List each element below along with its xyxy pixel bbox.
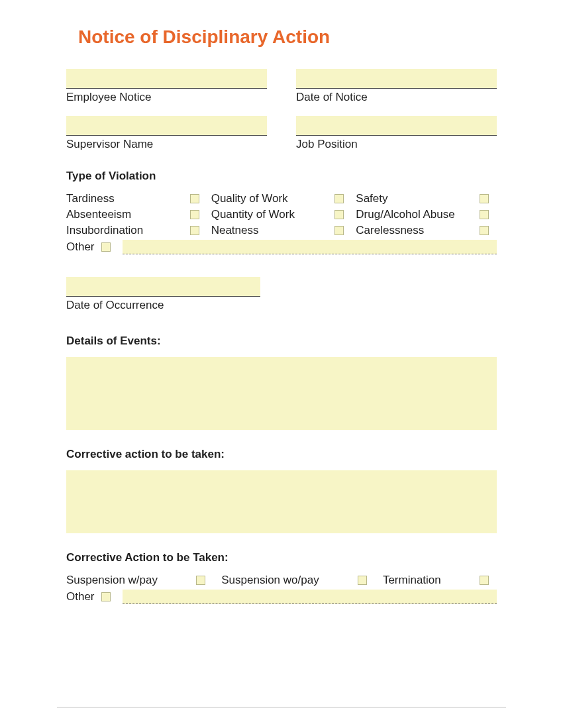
violation-checkbox-other[interactable]	[101, 242, 111, 252]
action-checkbox-other[interactable]	[101, 592, 111, 601]
action-other-input[interactable]	[123, 590, 497, 604]
details-heading: Details of Events:	[66, 335, 497, 348]
row-supervisor-position: Supervisor Name Job Position	[66, 116, 497, 151]
job-position-label: Job Position	[296, 138, 497, 151]
field-supervisor-name: Supervisor Name	[66, 116, 267, 151]
violation-checkbox-quantity[interactable]	[334, 210, 344, 219]
violation-checkbox-carelessness[interactable]	[480, 226, 489, 235]
action-label: Termination	[383, 574, 472, 587]
date-of-notice-label: Date of Notice	[296, 91, 497, 104]
violation-label: Drug/Alcohol Abuse	[356, 208, 476, 221]
corrective-action-heading: Corrective Action to be Taken:	[66, 551, 497, 564]
violation-checkbox-tardiness[interactable]	[190, 194, 199, 203]
violation-label: Neatness	[211, 224, 331, 237]
action-other-row: Other	[66, 590, 497, 604]
violation-checkbox-neatness[interactable]	[334, 226, 344, 235]
employee-notice-input[interactable]	[66, 69, 267, 89]
field-date-of-occurrence: Date of Occurrence	[66, 277, 260, 312]
supervisor-name-label: Supervisor Name	[66, 138, 267, 151]
date-of-occurrence-label: Date of Occurrence	[66, 299, 260, 312]
action-checkbox-suspension-pay[interactable]	[196, 576, 205, 585]
violation-checkbox-drug-alcohol[interactable]	[480, 210, 489, 219]
violation-other-label: Other	[66, 240, 95, 254]
violation-label: Tardiness	[66, 192, 186, 205]
violation-label: Safety	[356, 192, 476, 205]
job-position-input[interactable]	[296, 116, 497, 136]
field-date-of-notice: Date of Notice	[296, 69, 497, 104]
violation-label: Quantity of Work	[211, 208, 331, 221]
row-employee-date: Employee Notice Date of Notice	[66, 69, 497, 104]
supervisor-name-input[interactable]	[66, 116, 267, 136]
details-textarea[interactable]	[66, 357, 497, 430]
violation-grid: Tardiness Quality of Work Safety Absente…	[66, 192, 497, 237]
violation-label: Quality of Work	[211, 192, 331, 205]
employee-notice-label: Employee Notice	[66, 91, 267, 104]
violation-other-row: Other	[66, 240, 497, 254]
date-of-notice-input[interactable]	[296, 69, 497, 89]
corrective-action-grid: Suspension w/pay Suspension wo/pay Termi…	[66, 574, 497, 587]
violation-checkbox-quality[interactable]	[334, 194, 344, 203]
action-label: Suspension wo/pay	[221, 574, 350, 587]
action-label: Suspension w/pay	[66, 574, 188, 587]
violation-label: Insubordination	[66, 224, 186, 237]
form-title: Notice of Disciplinary Action	[78, 26, 497, 48]
field-employee-notice: Employee Notice	[66, 69, 267, 104]
corrective-text-heading: Corrective action to be taken:	[66, 448, 497, 461]
violation-checkbox-insubordination[interactable]	[190, 226, 199, 235]
date-of-occurrence-input[interactable]	[66, 277, 260, 297]
footer-divider	[57, 707, 506, 708]
violation-checkbox-safety[interactable]	[480, 194, 489, 203]
violation-other-input[interactable]	[123, 240, 497, 254]
action-other-label: Other	[66, 590, 95, 603]
field-job-position: Job Position	[296, 116, 497, 151]
violation-label: Carelessness	[356, 224, 476, 237]
corrective-text-textarea[interactable]	[66, 470, 497, 533]
violation-checkbox-absenteeism[interactable]	[190, 210, 199, 219]
action-checkbox-termination[interactable]	[480, 576, 489, 585]
form-page: Notice of Disciplinary Action Employee N…	[0, 0, 563, 604]
action-checkbox-suspension-nopay[interactable]	[358, 576, 367, 585]
violation-heading: Type of Violation	[66, 170, 497, 183]
violation-label: Absenteeism	[66, 208, 186, 221]
